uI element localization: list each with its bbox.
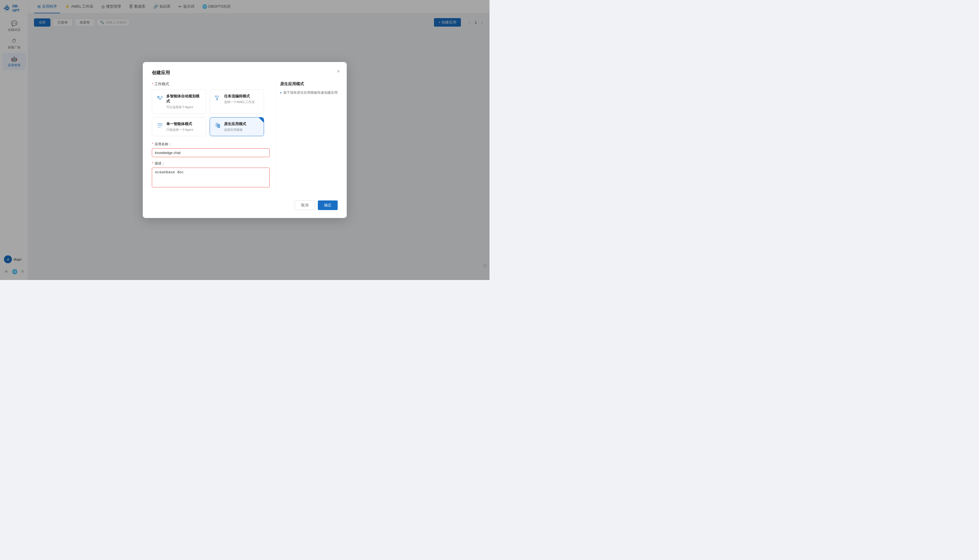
bullet-icon: • — [280, 90, 282, 96]
confirm-button[interactable]: 确定 — [318, 200, 337, 210]
modal-body: * 工作模式 多智能体自动规划 — [152, 82, 337, 193]
native-app-icon — [214, 122, 221, 130]
app-name-input[interactable] — [152, 148, 270, 157]
create-app-modal: 创建应用 × * 工作模式 — [143, 62, 347, 218]
task-flow-desc: 选择一个AWEL工作流 — [224, 100, 255, 104]
modal-left-panel: * 工作模式 多智能体自动规划 — [152, 82, 270, 193]
svg-rect-6 — [215, 95, 217, 97]
multi-agent-desc: 可以选择多个Agent — [166, 105, 201, 109]
modal-overlay: 创建应用 × * 工作模式 — [0, 0, 490, 280]
mode-grid: 多智能体自动规划模式 可以选择多个Agent — [152, 90, 270, 136]
desc-textarea[interactable]: oceanbase doc — [152, 168, 270, 187]
right-panel-title: 原生应用模式 — [280, 82, 337, 87]
mode-card-multi-agent[interactable]: 多智能体自动规划模式 可以选择多个Agent — [152, 90, 206, 113]
multi-agent-title: 多智能体自动规划模式 — [166, 94, 201, 104]
svg-rect-5 — [159, 98, 161, 100]
modal-right-panel: 原生应用模式 • 基于现有原生应用模板快速创建应用 — [276, 82, 337, 193]
single-agent-icon — [157, 122, 164, 130]
multi-agent-icon — [157, 94, 164, 103]
desc-field: * 描述： oceanbase doc — [152, 161, 270, 188]
task-flow-content: 任务流编排模式 选择一个AWEL工作流 — [224, 94, 255, 104]
svg-rect-11 — [157, 127, 161, 128]
single-agent-desc: 只能选择一个Agent — [166, 128, 193, 132]
svg-rect-10 — [157, 125, 163, 126]
native-app-content: 原生应用模式 选择应用模板 — [224, 122, 246, 132]
native-app-title: 原生应用模式 — [224, 122, 246, 127]
single-agent-title: 单一智能体模式 — [166, 122, 193, 127]
app-name-field: * 应用名称： — [152, 142, 270, 157]
svg-rect-13 — [217, 124, 220, 128]
desc-label: * 描述： — [152, 161, 270, 166]
mode-card-task-flow[interactable]: 任务流编排模式 选择一个AWEL工作流 — [210, 90, 264, 113]
right-panel-item-text: 基于现有原生应用模板快速创建应用 — [283, 90, 337, 95]
modal-footer: 取消 确定 — [152, 200, 337, 210]
right-panel-item: • 基于现有原生应用模板快速创建应用 — [280, 90, 337, 96]
svg-rect-3 — [157, 96, 159, 98]
single-agent-content: 单一智能体模式 只能选择一个Agent — [166, 122, 193, 132]
work-mode-label: * 工作模式 — [152, 82, 270, 87]
svg-rect-7 — [217, 95, 219, 97]
task-flow-icon — [214, 94, 221, 103]
app-name-label: * 应用名称： — [152, 142, 270, 147]
multi-agent-content: 多智能体自动规划模式 可以选择多个Agent — [166, 94, 201, 109]
svg-rect-8 — [216, 98, 218, 100]
mode-card-native-app[interactable]: 原生应用模式 选择应用模板 — [210, 117, 264, 136]
native-app-desc: 选择应用模板 — [224, 128, 246, 132]
svg-rect-9 — [157, 123, 163, 124]
required-star-mode: * — [152, 82, 153, 87]
svg-rect-4 — [160, 96, 163, 98]
task-flow-title: 任务流编排模式 — [224, 94, 255, 99]
modal-title: 创建应用 — [152, 70, 337, 76]
mode-card-single-agent[interactable]: 单一智能体模式 只能选择一个Agent — [152, 117, 206, 136]
cancel-button[interactable]: 取消 — [295, 200, 315, 210]
modal-close-button[interactable]: × — [336, 68, 341, 75]
